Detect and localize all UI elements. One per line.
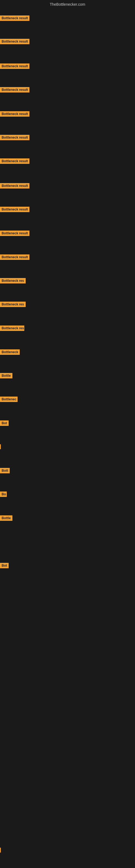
bottleneck-badge-container: Bottle: [0, 373, 12, 379]
bottleneck-badge-container: Bottleneck result: [0, 63, 30, 70]
bottleneck-badge-container: Bottleneck result: [0, 183, 30, 190]
bottleneck-result-badge[interactable]: Bottleneck result: [0, 230, 30, 236]
bottleneck-result-badge[interactable]: Bot: [0, 421, 9, 426]
bottleneck-result-badge[interactable]: Bottleneck result: [0, 39, 30, 44]
bottleneck-result-badge[interactable]: Bottle: [0, 373, 12, 378]
bottleneck-badge-container: Bottleneck result: [0, 207, 30, 213]
bottleneck-badge-container: Bott: [0, 468, 10, 474]
bottleneck-badge-container: Bottleneck result: [0, 16, 30, 22]
bottleneck-badge-container: Bottleneck res: [0, 326, 24, 332]
bottleneck-result-badge[interactable]: Bottleneck res: [0, 326, 24, 331]
bottleneck-badge-container: Bottleneck result: [0, 135, 30, 141]
bottleneck-result-badge[interactable]: Bottleneck result: [0, 207, 30, 212]
bottleneck-result-badge[interactable]: Bottleneck result: [0, 158, 30, 164]
bottleneck-result-badge[interactable]: Bottleneck result: [0, 135, 30, 140]
bottleneck-result-badge[interactable]: Bottleneck result: [0, 254, 30, 260]
bottleneck-result-badge[interactable]: Bo: [0, 492, 7, 497]
bottleneck-result-badge[interactable]: Bott: [0, 468, 10, 473]
bottleneck-result-badge[interactable]: Bottlenec: [0, 397, 17, 402]
bottleneck-badge-container: Bot: [0, 563, 9, 569]
bottleneck-badge-container: Bottleneck result: [0, 230, 30, 237]
bottleneck-result-badge[interactable]: Bottleneck result: [0, 183, 30, 188]
bottleneck-badge-container: Bottlenec: [0, 397, 17, 403]
bottleneck-result-badge[interactable]: Bottle: [0, 516, 12, 521]
bottleneck-badge-container: Bottleneck result: [0, 39, 30, 45]
bottleneck-result-badge[interactable]: Bottleneck result: [0, 16, 30, 21]
site-title: TheBottlenecker.com: [0, 0, 135, 9]
cursor-indicator: [0, 848, 1, 852]
bottleneck-badge-container: Bot: [0, 421, 9, 427]
bottleneck-badge-container: Bottleneck: [0, 349, 20, 356]
bottleneck-badge-container: Bottle: [0, 516, 12, 522]
bottleneck-badge-container: Bo: [0, 492, 7, 498]
bottleneck-badge-container: Bottleneck result: [0, 111, 30, 118]
bottleneck-badge-container: Bottleneck result: [0, 87, 30, 94]
bottleneck-result-badge[interactable]: Bottleneck result: [0, 63, 30, 69]
bottleneck-result-badge[interactable]: Bottleneck result: [0, 111, 30, 117]
bottleneck-badge-container: Bottleneck result: [0, 254, 30, 261]
bottleneck-result-badge[interactable]: Bot: [0, 563, 9, 568]
bottleneck-result-badge[interactable]: Bottleneck res: [0, 302, 26, 307]
bottleneck-result-badge[interactable]: Bottleneck res: [0, 278, 26, 283]
cursor-indicator: [0, 444, 1, 449]
bottleneck-badge-container: Bottleneck res: [0, 278, 26, 284]
bottleneck-badge-container: Bottleneck res: [0, 302, 26, 308]
bottleneck-badge-container: Bottleneck result: [0, 158, 30, 165]
bottleneck-result-badge[interactable]: Bottleneck: [0, 349, 20, 355]
bottleneck-result-badge[interactable]: Bottleneck result: [0, 87, 30, 93]
